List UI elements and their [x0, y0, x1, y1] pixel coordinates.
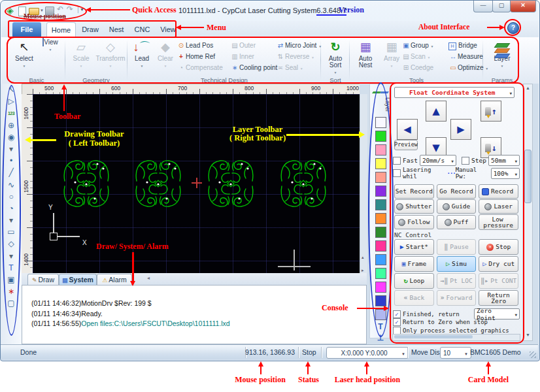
scroll-down-icon[interactable]: ▼ [526, 333, 530, 337]
set-record-button[interactable]: Set Record [394, 184, 434, 199]
open-file-icon[interactable] [29, 8, 39, 15]
clear-button[interactable]: ◆ Clear [154, 39, 177, 75]
fast-checkbox[interactable] [393, 157, 401, 165]
laser-button[interactable]: Laser [479, 199, 518, 214]
close-button[interactable]: ✕ [510, 1, 536, 12]
tab-cnc[interactable]: CNC [130, 22, 154, 37]
line-tool-icon[interactable]: ╱ [4, 167, 18, 178]
auto-sort-button[interactable]: ↻ Auto Sort [323, 39, 348, 75]
low-pressure-button[interactable]: Low pressure [479, 214, 518, 230]
select-tool-icon[interactable]: ↖ [4, 84, 18, 95]
text-marker-tool[interactable]: T [376, 322, 386, 331]
step-size-select[interactable]: 50mm [488, 155, 520, 166]
inner-button[interactable]: ▥Inner [230, 52, 254, 62]
resize-grip-icon[interactable] [530, 351, 536, 358]
layer-color-swatch-6[interactable] [375, 199, 386, 210]
console-log[interactable]: (01/11 14:46:32)MotionDrv $Rev: 199 $(01… [22, 285, 367, 344]
tab-alarm-log[interactable]: ⚠Alarm [97, 274, 132, 286]
ornament-graphic[interactable] [277, 157, 329, 210]
layer-color-swatch-13[interactable] [375, 295, 386, 306]
canvas-scroll-strip[interactable]: ▴ ▸ [360, 94, 367, 273]
tab-view[interactable]: View [155, 22, 181, 37]
nozzle-up-button[interactable]: ↑ [481, 101, 501, 122]
layer-color-swatch-14[interactable] [375, 309, 386, 320]
new-file-icon[interactable] [18, 7, 26, 16]
fast-speed-select[interactable]: 20mm/s [420, 155, 456, 166]
loop-button[interactable]: ↻Loop [394, 273, 434, 289]
bridge-button[interactable]: HBridge [448, 41, 477, 51]
layer-color-swatch-10[interactable] [375, 254, 386, 265]
record-button[interactable]: Record [479, 184, 518, 199]
layer-color-swatch-2[interactable] [375, 144, 386, 155]
home-ref-button[interactable]: +Home Ref [177, 52, 215, 62]
align-tool-icon[interactable]: ▣ [4, 274, 18, 286]
shutter-button[interactable]: Shutter [394, 199, 434, 214]
ellipse-tool-icon[interactable]: ○ [4, 191, 18, 203]
pause-button[interactable]: ‖Pause [437, 239, 477, 255]
array-button[interactable]: ▦ Array [380, 39, 403, 75]
minimize-button[interactable]: — [473, 1, 493, 12]
return-zero-checkbox[interactable] [393, 318, 401, 326]
layer-button[interactable]: Layer [489, 39, 515, 75]
lasering-checkbox[interactable] [393, 169, 401, 177]
sequence-tool-icon[interactable]: 123 [4, 108, 18, 119]
flyout-arrow-icon[interactable]: ▾ [4, 215, 18, 226]
coord-system-select[interactable]: Float Coordinate System [394, 87, 515, 98]
tab-file[interactable]: File [12, 22, 41, 37]
step-checkbox[interactable] [462, 157, 469, 165]
measure-button[interactable]: ↔Measure [448, 52, 483, 62]
scan-button[interactable]: ▤Scan [401, 52, 431, 62]
layer-color-swatch-8[interactable] [375, 227, 386, 238]
layer-color-swatch-4[interactable] [375, 172, 386, 183]
scroll-up-icon[interactable]: ▴ [362, 255, 364, 259]
forward-button[interactable]: »Forward [437, 290, 477, 306]
tab-nest[interactable]: Nest [103, 22, 129, 37]
tab-draw-view[interactable]: ✎Draw [27, 274, 59, 286]
frame-tool-icon[interactable]: ▢ [4, 298, 18, 309]
layer-color-swatch-5[interactable] [375, 186, 386, 197]
transform-button[interactable]: ◇ Transform [95, 39, 126, 75]
preview-button[interactable]: Preview [394, 140, 418, 150]
stop-button[interactable]: ✕Stop [479, 239, 518, 255]
seal-button[interactable]: ≍Seal [276, 63, 303, 73]
panel-v-scrollbar[interactable]: ▲ ▼ [523, 84, 533, 341]
tab-draw[interactable]: Draw [77, 22, 103, 37]
polygon-tool-icon[interactable]: ◇ [4, 238, 18, 250]
ornament-graphic[interactable] [60, 157, 112, 210]
pan-tool-icon[interactable]: ⊕ [4, 120, 18, 131]
dry-cut-button[interactable]: ▷Dry cut [479, 256, 518, 272]
start-button[interactable]: ▶Start* [394, 239, 434, 255]
pt-cont-button[interactable]: ‖▸Pt CONT [479, 273, 518, 289]
reverse-button[interactable]: ⇅Reverse [276, 52, 314, 62]
simu-button[interactable]: ▷Simu [437, 256, 477, 272]
outer-button[interactable]: ▤Outer [230, 41, 256, 51]
flyout-arrow-icon[interactable]: ▾ [4, 251, 18, 262]
open-dropdown-icon[interactable]: ▼ [40, 8, 44, 12]
jog-left-button[interactable]: ◀ [397, 119, 418, 140]
layer-color-swatch-11[interactable] [375, 268, 386, 279]
qa-customize-icon[interactable]: ▼ [80, 7, 84, 12]
micro-joint-button[interactable]: ⇄Micro Joint [276, 41, 322, 51]
redo-icon[interactable]: ↷ [67, 5, 73, 14]
scroll-right-icon[interactable]: ▸ [362, 268, 364, 272]
auto-nest-button[interactable]: ▦ Auto Nest [353, 39, 378, 75]
layer-color-swatch-0[interactable] [375, 117, 386, 128]
node-edit-tool-icon[interactable]: ▷ [4, 96, 18, 107]
drawing-canvas[interactable]: Y X [33, 94, 360, 273]
panel-h-scrollbar[interactable] [392, 334, 520, 341]
puff-button[interactable]: Puff [437, 215, 477, 229]
go-record-button[interactable]: Go Record [437, 184, 477, 199]
layer-color-swatch-12[interactable] [375, 282, 386, 293]
lead-button[interactable]: ↓⌒ Lead [131, 39, 153, 75]
frame-button[interactable]: ▣Frame [394, 256, 434, 272]
help-button[interactable]: ? [507, 22, 519, 34]
layer-color-swatch-7[interactable] [375, 213, 386, 224]
cooling-point-button[interactable]: ∗Cooling point [230, 63, 277, 73]
more-icon[interactable]: ··· [447, 170, 455, 176]
tab-system-log[interactable]: ▤System [59, 274, 97, 286]
optimize-button[interactable]: ▭Optimize [448, 63, 488, 73]
ornament-graphic[interactable] [205, 157, 257, 210]
zoom-tool-icon[interactable]: ◉ [4, 132, 18, 143]
scroll-up-icon[interactable]: ▲ [526, 86, 530, 90]
back-button[interactable]: «Back [394, 290, 434, 306]
